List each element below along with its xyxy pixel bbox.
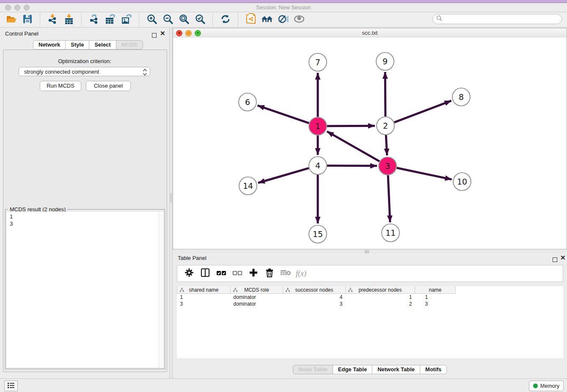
float-panel-icon[interactable] — [152, 32, 157, 39]
table-row[interactable]: 3dominator323 — [177, 301, 456, 307]
graph-node-6[interactable]: 6 — [239, 93, 256, 111]
function-builder-button: f(x) — [296, 268, 306, 279]
graph-edge-4-3[interactable] — [327, 166, 377, 166]
task-history-button[interactable] — [4, 381, 18, 391]
column-layout-button[interactable] — [199, 268, 211, 279]
export-image-button[interactable] — [120, 14, 133, 26]
clone-network-button[interactable] — [245, 14, 257, 26]
node-table[interactable]: shared nameMCDS rolesuccessor nodesprede… — [177, 286, 563, 358]
save-session-button[interactable] — [21, 14, 34, 26]
import-table-button[interactable] — [63, 14, 75, 26]
zoom-fit-button[interactable] — [178, 14, 190, 26]
graph-edge-3-10[interactable] — [397, 168, 452, 179]
network-canvas[interactable]: 7968124314101511 — [173, 38, 567, 249]
graph-edge-2-8[interactable] — [394, 101, 451, 122]
graph-edge-1-6[interactable] — [258, 105, 309, 123]
column-header-successor-nodes[interactable]: successor nodes — [283, 286, 346, 294]
zoom-out-icon — [162, 14, 173, 26]
export-table-button[interactable] — [104, 14, 117, 26]
delete-table-icon — [280, 268, 292, 279]
graph-edge-1-2[interactable] — [327, 126, 375, 126]
vertical-splitter[interactable] — [169, 28, 173, 378]
graph-edge-4-14[interactable] — [258, 168, 309, 183]
graph-node-3[interactable]: 3 — [379, 157, 396, 175]
mcds-result-list[interactable]: 13 — [7, 212, 159, 367]
window-title: Session: New Session — [0, 4, 567, 11]
trash-icon — [265, 268, 274, 279]
float-table-panel-icon[interactable] — [553, 256, 557, 264]
control-tab-select[interactable]: Select — [89, 40, 116, 50]
graph-node-2[interactable]: 2 — [377, 117, 394, 135]
graph-node-9[interactable]: 9 — [376, 52, 394, 70]
graph-edge-3-11[interactable] — [388, 175, 390, 222]
graph-node-7[interactable]: 7 — [309, 53, 327, 71]
delete-column-button[interactable] — [264, 268, 275, 279]
zoom-in-button[interactable] — [146, 14, 158, 26]
graph-node-8[interactable]: 8 — [452, 88, 470, 106]
close-table-panel-icon[interactable]: ✕ — [560, 255, 566, 260]
search-field[interactable] — [432, 14, 562, 24]
zoom-fit-icon — [179, 14, 190, 26]
zoom-selected-button[interactable] — [194, 14, 206, 26]
home-button[interactable] — [261, 14, 273, 26]
svg-text:11: 11 — [385, 228, 396, 237]
settings-gear-button[interactable] — [183, 268, 195, 279]
run-mcds-button[interactable]: Run MCDS — [40, 81, 81, 91]
select-all-columns-button[interactable] — [215, 268, 227, 279]
memory-button[interactable]: Memory — [529, 381, 564, 391]
tab-node-table[interactable]: Node Table — [293, 365, 333, 374]
graph-node-4[interactable]: 4 — [309, 157, 327, 174]
zoom-out-button[interactable] — [162, 14, 174, 26]
network-graph[interactable]: 7968124314101511 — [173, 38, 567, 249]
show-graphics-details-button[interactable] — [293, 14, 306, 26]
graph-node-1[interactable]: 1 — [309, 117, 327, 135]
desktop-edge — [0, 0, 567, 3]
close-panel-icon[interactable]: ✕ — [160, 31, 165, 36]
unselect-all-columns-button[interactable] — [231, 268, 243, 279]
column-header-shared-name[interactable]: shared name — [177, 286, 231, 294]
table-panel: Table Panel ✕ f(x) shared nameMCDS roles… — [173, 253, 567, 378]
table-tabs: Node TableEdge TableNetwork TableMotifs — [173, 365, 567, 374]
graph-node-11[interactable]: 11 — [382, 224, 399, 242]
select-stepper-icon — [143, 69, 147, 76]
import-table-icon — [63, 14, 74, 26]
export-network-button[interactable] — [88, 14, 101, 26]
export-table-icon — [105, 14, 116, 26]
graph-edge-3-1[interactable] — [327, 131, 380, 161]
horizontal-splitter[interactable] — [173, 249, 567, 253]
app-titlebar: Session: New Session — [0, 3, 567, 12]
tab-network-table[interactable]: Network Table — [372, 365, 420, 374]
mcds-result-scrollbar[interactable] — [159, 212, 163, 367]
optimization-criterion-select[interactable]: strongly connected component — [19, 67, 150, 76]
control-tab-mcds[interactable]: MCDS — [116, 40, 143, 50]
tab-edge-table[interactable]: Edge Table — [333, 365, 372, 374]
network-window-titlebar: ✕−+ scc.txt — [173, 28, 567, 38]
mcds-result-line: 3 — [10, 220, 159, 227]
svg-text:10: 10 — [457, 177, 467, 186]
table-row[interactable]: 1dominator411 — [177, 294, 456, 301]
column-header-predecessor-nodes[interactable]: predecessor nodes — [346, 286, 415, 294]
graph-edge-2-9[interactable] — [385, 72, 385, 116]
control-tab-network[interactable]: Network — [33, 40, 66, 50]
hide-graphics-icon — [278, 14, 289, 26]
column-header-name[interactable]: name — [415, 286, 456, 294]
search-input[interactable] — [444, 16, 558, 22]
import-network-button[interactable] — [47, 14, 59, 26]
graph-node-10[interactable]: 10 — [453, 173, 471, 190]
list-icon — [7, 381, 15, 391]
svg-text:8: 8 — [459, 92, 464, 102]
create-column-button[interactable] — [248, 268, 259, 279]
hide-graphics-details-button[interactable] — [277, 14, 289, 26]
tab-motifs[interactable]: Motifs — [420, 365, 447, 374]
graph-edge-2-3[interactable] — [386, 135, 387, 155]
open-session-button[interactable] — [5, 14, 18, 26]
toolbar-separator — [40, 14, 41, 26]
refresh-layout-button[interactable] — [219, 14, 232, 26]
close-panel-button[interactable]: Close panel — [86, 81, 131, 91]
graph-node-14[interactable]: 14 — [239, 177, 257, 195]
graph-node-15[interactable]: 15 — [309, 225, 327, 243]
toolbar-separator — [139, 14, 140, 26]
column-header-MCDS-role[interactable]: MCDS role — [231, 286, 283, 294]
network-view-window: ✕−+ scc.txt 7968124314101511 — [173, 28, 567, 249]
control-tab-style[interactable]: Style — [65, 40, 89, 50]
